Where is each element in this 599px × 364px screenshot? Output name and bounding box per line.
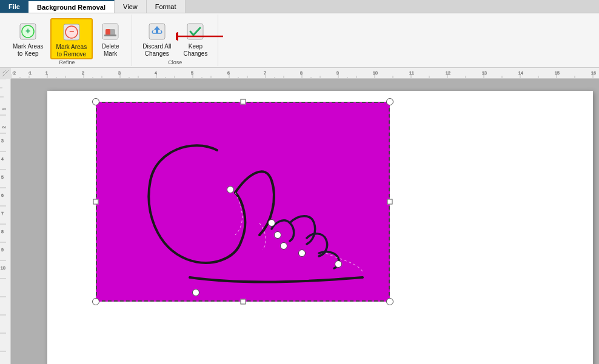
tab-background-removal[interactable]: Background Removal	[28, 0, 115, 13]
tab-file[interactable]: File	[0, 0, 28, 13]
mark-areas-remove-icon: −	[61, 22, 82, 42]
tab-view[interactable]: View	[115, 0, 147, 13]
sel-handle-br[interactable]	[386, 298, 393, 305]
svg-text:−: −	[69, 27, 74, 36]
svg-text:1: 1	[45, 71, 48, 75]
mark-areas-keep-label: Mark Areas to Keep	[13, 43, 44, 58]
refine-group-label: Refine	[59, 59, 75, 67]
horizontal-ruler: ·2 ·1 1 2 3 4 5	[11, 68, 599, 79]
main-content: 1 2 3 4 5 6 7 8 9 10	[0, 79, 599, 364]
tab-bg-removal-label: Background Removal	[37, 4, 105, 11]
tab-file-label: File	[8, 3, 20, 10]
svg-text:3: 3	[1, 139, 4, 143]
svg-text:·1: ·1	[28, 71, 32, 75]
svg-text:5: 5	[191, 71, 193, 75]
discard-all-changes-icon	[146, 21, 168, 42]
ribbon-group-refine: + Mark Areas to Keep − Mark Areas to Rem…	[2, 15, 132, 66]
mark-areas-remove-button[interactable]: − Mark Areas to Remove	[50, 18, 93, 59]
image-with-signature[interactable]	[96, 102, 390, 302]
close-group-label: Close	[168, 59, 182, 67]
svg-text:12: 12	[446, 71, 450, 75]
svg-rect-10	[105, 29, 110, 35]
canvas-area[interactable]	[11, 79, 599, 364]
svg-text:+: +	[25, 26, 30, 36]
svg-rect-15	[11, 68, 599, 79]
svg-text:6: 6	[227, 71, 230, 75]
svg-text:10: 10	[373, 71, 378, 75]
svg-text:·2: ·2	[12, 71, 16, 75]
mark-areas-remove-label: Mark Areas to Remove	[56, 44, 87, 58]
svg-text:6: 6	[1, 193, 4, 197]
svg-text:2: 2	[82, 71, 84, 75]
svg-text:9: 9	[336, 71, 339, 75]
svg-text:15: 15	[555, 71, 560, 75]
sel-handle-bl[interactable]	[92, 298, 99, 305]
refine-buttons: + Mark Areas to Keep − Mark Areas to Rem…	[7, 16, 127, 59]
svg-text:14: 14	[518, 71, 523, 75]
svg-text:11: 11	[409, 71, 414, 75]
delete-mark-label: Delete Mark	[102, 43, 119, 58]
tab-view-label: View	[123, 3, 138, 10]
sel-handle-bc[interactable]	[240, 299, 246, 305]
discard-all-changes-label: Discard All Changes	[142, 43, 171, 58]
ribbon-toolbar: + Mark Areas to Keep − Mark Areas to Rem…	[0, 13, 599, 68]
delete-mark-icon	[99, 21, 121, 42]
svg-text:4: 4	[155, 71, 157, 75]
arrow-annotation	[176, 30, 224, 42]
svg-text:3: 3	[118, 71, 121, 75]
svg-text:9: 9	[1, 248, 4, 252]
vertical-ruler: 1 2 3 4 5 6 7 8 9 10	[0, 79, 11, 364]
svg-text:2: 2	[2, 126, 6, 128]
svg-text:13: 13	[482, 71, 487, 75]
sel-handle-tc[interactable]	[240, 99, 246, 105]
svg-text:7: 7	[264, 71, 266, 75]
tab-format[interactable]: Format	[147, 0, 186, 13]
ruler-corner	[0, 68, 11, 79]
delete-mark-button[interactable]: Delete Mark	[94, 18, 127, 59]
sel-handle-tr[interactable]	[386, 98, 393, 105]
sel-handle-mr[interactable]	[387, 199, 393, 205]
discard-all-changes-button[interactable]: Discard All Changes	[137, 18, 176, 59]
ribbon-tabs: File Background Removal View Format	[0, 0, 599, 13]
svg-text:4: 4	[1, 157, 4, 161]
svg-text:5: 5	[1, 175, 4, 179]
svg-text:8: 8	[1, 230, 4, 234]
svg-text:7: 7	[1, 211, 4, 216]
sel-handle-ml[interactable]	[93, 199, 99, 205]
mark-areas-keep-button[interactable]: + Mark Areas to Keep	[7, 18, 49, 59]
sel-handle-tl[interactable]	[92, 98, 99, 105]
svg-rect-77	[0, 79, 11, 364]
tab-format-label: Format	[155, 3, 176, 10]
svg-text:16: 16	[591, 71, 596, 75]
mark-areas-keep-icon: +	[17, 21, 39, 42]
svg-text:10: 10	[1, 266, 5, 270]
selection-border	[96, 102, 390, 302]
keep-changes-label: Keep Changes	[183, 43, 207, 58]
ruler-row: ·2 ·1 1 2 3 4 5	[0, 68, 599, 79]
svg-text:8: 8	[300, 71, 303, 75]
svg-text:1: 1	[2, 108, 6, 110]
document-page	[47, 91, 593, 364]
svg-rect-11	[104, 35, 116, 36]
